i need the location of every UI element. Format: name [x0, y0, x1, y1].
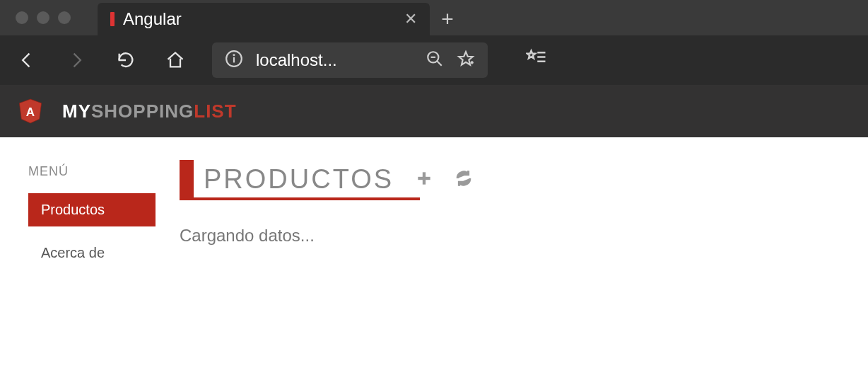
favorites-bar-icon[interactable]: [526, 48, 547, 72]
window-maximize-dot[interactable]: [58, 11, 71, 24]
address-bar[interactable]: localhost...: [212, 42, 488, 78]
svg-text:A: A: [26, 105, 35, 119]
add-favorite-icon[interactable]: [457, 50, 475, 71]
add-product-button[interactable]: [415, 169, 433, 190]
new-tab-button[interactable]: +: [430, 3, 465, 35]
browser-toolbar: localhost...: [0, 35, 868, 85]
brand-part-2: SHOPPING: [91, 100, 194, 122]
forward-button[interactable]: [64, 47, 89, 73]
brand-part-3: LIST: [194, 100, 236, 122]
url-text: localhost...: [256, 50, 413, 70]
svg-point-2: [233, 54, 234, 55]
zoom-out-icon[interactable]: [426, 50, 444, 71]
side-menu: MENÚ Productos Acerca de: [28, 164, 156, 280]
svg-line-4: [437, 61, 442, 66]
window-minimize-dot[interactable]: [37, 11, 49, 24]
app-header: A MYSHOPPINGLIST: [0, 85, 868, 137]
brand-part-1: MY: [62, 100, 91, 122]
tab-title: Angular: [123, 9, 182, 29]
page-title-box: PRODUCTOS: [180, 164, 394, 195]
tab-bar: Angular ✕ +: [0, 0, 868, 35]
loading-text: Cargando datos...: [180, 226, 845, 246]
home-button[interactable]: [163, 47, 188, 73]
reload-button[interactable]: [113, 47, 139, 73]
refresh-button[interactable]: [454, 169, 473, 190]
window-close-dot[interactable]: [16, 11, 28, 24]
menu-heading: MENÚ: [28, 164, 156, 179]
page-title: PRODUCTOS: [204, 164, 394, 194]
favicon: [110, 12, 115, 26]
back-button[interactable]: [14, 47, 40, 73]
menu-item-acerca-de[interactable]: Acerca de: [28, 236, 156, 270]
app-brand: MYSHOPPINGLIST: [62, 100, 237, 122]
site-info-icon[interactable]: [225, 50, 243, 71]
main-content: PRODUCTOS Cargando datos...: [180, 164, 845, 280]
browser-chrome: Angular ✕ + localhost...: [0, 0, 868, 85]
window-controls: [10, 0, 76, 35]
browser-tab[interactable]: Angular ✕: [98, 3, 430, 35]
tab-close-icon[interactable]: ✕: [404, 10, 417, 28]
angular-logo-icon: A: [18, 97, 42, 125]
menu-item-label: Acerca de: [41, 245, 105, 260]
title-accent-bar: [180, 160, 194, 200]
title-underline: [180, 197, 420, 200]
app-body: MENÚ Productos Acerca de PRODUCTOS Carga…: [0, 137, 868, 280]
page-title-row: PRODUCTOS: [180, 164, 845, 195]
menu-item-productos[interactable]: Productos: [28, 193, 156, 226]
menu-item-label: Productos: [41, 202, 105, 217]
